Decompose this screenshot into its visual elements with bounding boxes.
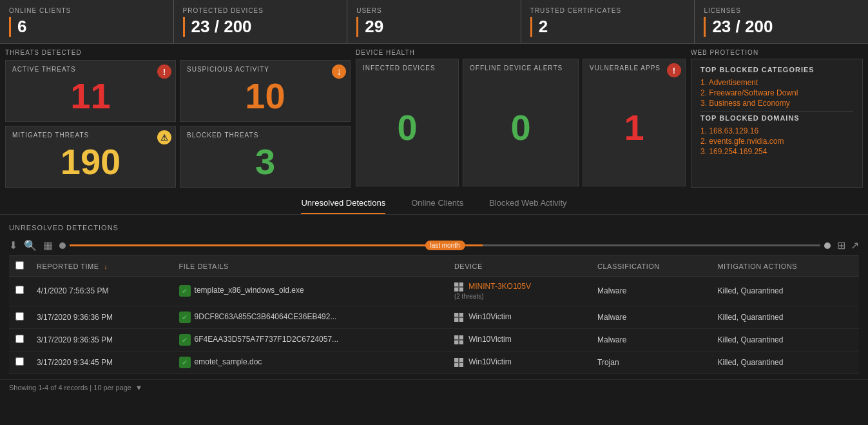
web-protection-card: TOP BLOCKED CATEGORIES 1. Advertisement … <box>691 59 863 188</box>
threats-group: THREATS DETECTED ACTIVE THREATS ! 11 SUS… <box>5 49 351 188</box>
top-blocked-domains-list: 1. 168.63.129.16 2. events.gfe.nvidia.co… <box>700 126 853 157</box>
export-icon[interactable]: ↗ <box>851 239 859 252</box>
col-reported-time: REPORTED TIME ↓ <box>30 256 173 277</box>
device-health-group: DEVICE HEALTH INFECTED DEVICES 0 OFFLINE… <box>356 49 686 188</box>
slider-track[interactable]: last month <box>70 244 820 246</box>
sort-icon-reported-time[interactable]: ↓ <box>104 262 108 270</box>
select-all-checkbox[interactable] <box>15 261 24 270</box>
blocked-threats-value: 3 <box>187 141 343 182</box>
search-icon[interactable]: 🔍 <box>24 239 37 252</box>
infected-devices-title: INFECTED DEVICES <box>363 64 452 72</box>
table-row: 4/1/2020 7:56:35 PM ✔template_x86_window… <box>9 277 859 306</box>
topbar-protected-devices: PROTECTED DEVICES 23 / 200 <box>174 0 348 43</box>
row-checkbox[interactable] <box>15 286 24 294</box>
svg-rect-7 <box>459 318 463 322</box>
footer-bar: Showing 1-4 of 4 records | 10 per page ▼ <box>0 379 868 395</box>
active-threats-title: ACTIVE THREATS <box>12 66 169 73</box>
svg-rect-13 <box>459 358 463 362</box>
footer-text: Showing 1-4 of 4 records | 10 per page <box>9 384 131 391</box>
trusted-certs-value: 2 <box>530 17 686 37</box>
windows-icon <box>454 313 463 322</box>
col-classification: CLASSIFICATION <box>591 256 711 277</box>
online-clients-label: ONLINE CLIENTS <box>9 7 164 14</box>
device-name: Win10Victim <box>468 335 511 344</box>
vulnerable-apps-card: VULNERABLE APPS ! 1 <box>583 59 686 186</box>
toolbar: ⬇ 🔍 ▦ last month ⊞ ↗ <box>9 235 859 256</box>
row-checkbox-cell[interactable] <box>9 351 30 373</box>
svg-rect-8 <box>454 335 458 339</box>
threats-detected-label: THREATS DETECTED <box>5 49 351 59</box>
row-checkbox[interactable] <box>15 312 24 321</box>
col-checkbox <box>9 256 30 277</box>
svg-rect-15 <box>459 363 463 367</box>
slider-pill: last month <box>425 241 465 250</box>
shield-icon: ✔ <box>179 334 191 346</box>
topbar-licenses: LICENSES 23 / 200 <box>695 0 868 43</box>
detections-table: REPORTED TIME ↓ FILE DETAILS DEVICE CLAS… <box>9 256 859 374</box>
suspicious-activity-icon: ↓ <box>332 64 346 79</box>
slider-right-dot <box>824 242 831 249</box>
offline-device-alerts-title: OFFLINE DEVICE ALERTS <box>470 64 572 72</box>
svg-rect-2 <box>454 288 458 292</box>
active-threats-icon: ! <box>157 64 171 79</box>
row-checkbox[interactable] <box>15 357 24 366</box>
table-row: 3/17/2020 9:36:36 PM ✔9DCF8C63A855C3B640… <box>9 306 859 328</box>
filter-icon[interactable]: ⊞ <box>837 239 845 252</box>
topbar-users: USERS 29 <box>347 0 521 43</box>
row-mitigation: Killed, Quarantined <box>711 277 859 306</box>
blocked-domain-2: 2. events.gfe.nvidia.com <box>700 136 853 146</box>
tab-blocked-web-activity[interactable]: Blocked Web Activity <box>489 198 566 214</box>
windows-icon <box>454 282 463 292</box>
slider-fill <box>70 244 483 246</box>
device-name: Win10Victim <box>468 312 511 321</box>
tab-online-clients[interactable]: Online Clients <box>411 198 463 214</box>
row-file-details: ✔emotet_sample.doc <box>173 351 448 373</box>
toolbar-right: ⊞ ↗ <box>837 239 859 252</box>
row-checkbox-cell[interactable] <box>9 306 30 328</box>
svg-rect-12 <box>454 358 458 362</box>
shield-icon: ✔ <box>179 311 191 323</box>
windows-icon <box>454 358 463 367</box>
protected-devices-value: 23 / 200 <box>183 17 338 37</box>
windows-icon <box>454 335 463 344</box>
row-classification: Malware <box>591 328 711 351</box>
mitigated-threats-title: MITIGATED THREATS <box>12 132 169 139</box>
svg-rect-1 <box>459 282 463 286</box>
mitigated-threats-card: MITIGATED THREATS ⚠ 190 <box>5 126 176 188</box>
svg-rect-4 <box>454 313 458 317</box>
top-bar: ONLINE CLIENTS 6 PROTECTED DEVICES 23 / … <box>0 0 868 44</box>
time-slider[interactable]: last month <box>59 242 831 249</box>
infected-devices-card: INFECTED DEVICES 0 <box>356 59 459 186</box>
trusted-certs-label: TRUSTED CERTIFICATES <box>530 7 686 14</box>
tabs-bar: Unresolved Detections Online Clients Blo… <box>0 193 868 215</box>
topbar-trusted-certs: TRUSTED CERTIFICATES 2 <box>521 0 695 43</box>
device-name: Win10Victim <box>468 357 511 366</box>
blocked-domain-1: 1. 168.63.129.16 <box>700 126 853 136</box>
row-reported-time: 3/17/2020 9:36:35 PM <box>30 328 173 351</box>
blocked-threats-title: BLOCKED THREATS <box>187 132 343 139</box>
table-row: 3/17/2020 9:34:45 PM ✔emotet_sample.doc … <box>9 351 859 373</box>
topbar-online-clients: ONLINE CLIENTS 6 <box>0 0 174 43</box>
grid-icon[interactable]: ▦ <box>43 239 53 252</box>
top-blocked-domains-title: TOP BLOCKED DOMAINS <box>700 114 853 122</box>
web-protection-label: WEB PROTECTION <box>691 49 863 59</box>
device-name: MININT-3KO105V <box>468 282 531 291</box>
vulnerable-apps-title: VULNERABLE APPS <box>590 64 679 72</box>
unresolved-section: UNRESOLVED DETECTIONS ⬇ 🔍 ▦ last month ⊞… <box>0 215 868 379</box>
row-classification: Malware <box>591 277 711 306</box>
footer-dropdown-icon[interactable]: ▼ <box>135 384 142 391</box>
svg-rect-0 <box>454 282 458 286</box>
vulnerable-apps-value: 1 <box>590 74 679 181</box>
top-blocked-categories-list: 1. Advertisement 2. Freeware/Software Do… <box>700 77 853 108</box>
download-icon[interactable]: ⬇ <box>9 239 17 252</box>
tab-unresolved-detections[interactable]: Unresolved Detections <box>301 198 385 214</box>
row-device: Win10Victim <box>448 306 591 328</box>
row-checkbox-cell[interactable] <box>9 328 30 351</box>
row-reported-time: 3/17/2020 9:34:45 PM <box>30 351 173 373</box>
row-checkbox-cell[interactable] <box>9 277 30 306</box>
row-classification: Trojan <box>591 351 711 373</box>
row-mitigation: Killed, Quarantined <box>711 306 859 328</box>
blocked-domain-3: 3. 169.254.169.254 <box>700 146 853 157</box>
row-checkbox[interactable] <box>15 335 24 343</box>
device-cards-row: INFECTED DEVICES 0 OFFLINE DEVICE ALERTS… <box>356 59 686 186</box>
